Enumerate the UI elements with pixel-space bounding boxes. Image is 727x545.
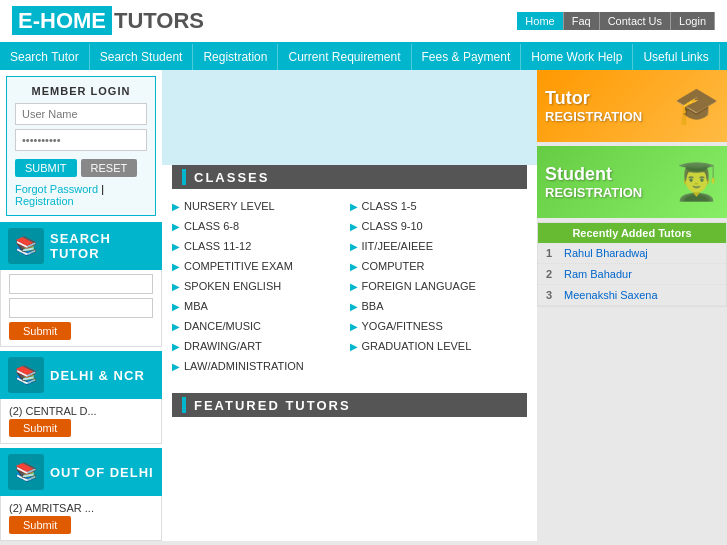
class-graduation[interactable]: ▶GRADUATION LEVEL: [350, 337, 528, 355]
sidebar: MEMBER LOGIN SUBMIT RESET Forgot Passwor…: [0, 70, 162, 541]
classes-title: CLASSES: [194, 170, 269, 185]
top-nav: Home Faq Contact Us Login: [517, 12, 715, 30]
recently-added-header: Recently Added Tutors: [538, 223, 726, 243]
member-login-title: MEMBER LOGIN: [15, 85, 147, 97]
out-delhi-icon: 📚: [8, 454, 44, 490]
tutor-name-2[interactable]: Ram Bahadur: [564, 268, 632, 280]
arrow-icon: ▶: [172, 321, 180, 332]
recently-added-section: Recently Added Tutors 1 Rahul Bharadwaj …: [537, 222, 727, 307]
tutor-num-2: 2: [546, 268, 558, 280]
search-tutor-input2[interactable]: [9, 298, 153, 318]
class-computer[interactable]: ▶COMPUTER: [350, 257, 528, 275]
arrow-icon: ▶: [350, 221, 358, 232]
main-nav: Search Tutor Search Student Registration…: [0, 44, 727, 70]
nav-search-tutor[interactable]: Search Tutor: [0, 44, 90, 70]
nav-current-req[interactable]: Current Requirement: [278, 44, 411, 70]
forgot-password-link[interactable]: Forgot Password: [15, 183, 98, 195]
right-panel: Tutor REGISTRATION 🎓 Student REGISTRATIO…: [537, 70, 727, 541]
top-nav-faq[interactable]: Faq: [564, 12, 600, 30]
tutor-reg-line2: REGISTRATION: [545, 109, 642, 124]
tutor-reg-line1: Tutor: [545, 88, 642, 109]
arrow-icon: ▶: [172, 201, 180, 212]
arrow-icon: ▶: [350, 201, 358, 212]
delhi-location: (2) CENTRAL D...: [9, 403, 153, 419]
arrow-icon: ▶: [172, 281, 180, 292]
arrow-icon: ▶: [350, 241, 358, 252]
banner-area: [162, 70, 537, 165]
class-1-5[interactable]: ▶CLASS 1-5: [350, 197, 528, 215]
logo-highlight: E-HOME: [12, 6, 112, 35]
featured-tutors-header: FEATURED TUTORS: [172, 393, 527, 417]
search-tutor-form: Submit: [0, 270, 162, 347]
delhi-title: DELHI & NCR: [50, 368, 145, 383]
arrow-icon: ▶: [350, 281, 358, 292]
logo-rest: TUTORS: [114, 8, 204, 33]
arrow-icon: ▶: [350, 341, 358, 352]
delhi-ncr-form: (2) CENTRAL D... Submit: [0, 399, 162, 444]
class-yoga[interactable]: ▶YOGA/FITNESS: [350, 317, 528, 335]
tutor-name-1[interactable]: Rahul Bharadwaj: [564, 247, 648, 259]
content: MEMBER LOGIN SUBMIT RESET Forgot Passwor…: [0, 70, 727, 541]
class-6-8[interactable]: ▶CLASS 6-8: [172, 217, 350, 235]
class-drawing[interactable]: ▶DRAWING/ART: [172, 337, 350, 355]
out-delhi-title: OUT OF DELHI: [50, 465, 154, 480]
delhi-icon: 📚: [8, 357, 44, 393]
student-reg-line2: REGISTRATION: [545, 185, 642, 200]
top-nav-home[interactable]: Home: [517, 12, 563, 30]
classes-grid: ▶NURSERY LEVEL ▶CLASS 1-5 ▶CLASS 6-8 ▶CL…: [162, 197, 537, 385]
class-iit[interactable]: ▶IIT/JEE/AIEEE: [350, 237, 528, 255]
class-mba[interactable]: ▶MBA: [172, 297, 350, 315]
tutor-name-3[interactable]: Meenakshi Saxena: [564, 289, 658, 301]
out-delhi-form: (2) AMRITSAR ... Submit: [0, 496, 162, 541]
search-tutor-input[interactable]: [9, 274, 153, 294]
nav-fees[interactable]: Fees & Payment: [412, 44, 522, 70]
tutor-num-1: 1: [546, 247, 558, 259]
student-reg-line1: Student: [545, 164, 642, 185]
member-login-box: MEMBER LOGIN SUBMIT RESET Forgot Passwor…: [6, 76, 156, 216]
arrow-icon: ▶: [350, 321, 358, 332]
login-reset-button[interactable]: RESET: [81, 159, 138, 177]
class-spoken[interactable]: ▶SPOKEN ENGLISH: [172, 277, 350, 295]
class-competitive[interactable]: ▶COMPETITIVE EXAM: [172, 257, 350, 275]
logo: E-HOMETUTORS: [12, 8, 204, 34]
out-delhi-section-header: 📚 OUT OF DELHI: [0, 448, 162, 496]
nav-search-student[interactable]: Search Student: [90, 44, 194, 70]
search-tutor-submit-button[interactable]: Submit: [9, 322, 71, 340]
search-tutor-icon: 📚: [8, 228, 44, 264]
tutor-reg-text: Tutor REGISTRATION: [545, 88, 642, 124]
arrow-icon: ▶: [172, 301, 180, 312]
login-links: Forgot Password | Registration: [15, 183, 147, 207]
tutor-reg-icon: 🎓: [674, 85, 719, 127]
class-11-12[interactable]: ▶CLASS 11-12: [172, 237, 350, 255]
header: E-HOMETUTORS Home Faq Contact Us Login: [0, 0, 727, 44]
delhi-submit-button[interactable]: Submit: [9, 419, 71, 437]
arrow-icon: ▶: [350, 301, 358, 312]
username-input[interactable]: [15, 103, 147, 125]
tutor-item-1: 1 Rahul Bharadwaj: [538, 243, 726, 264]
class-dance[interactable]: ▶DANCE/MUSIC: [172, 317, 350, 335]
search-tutor-section-header: 📚 SEARCHTUTOR: [0, 222, 162, 270]
arrow-icon: ▶: [172, 361, 180, 372]
login-submit-button[interactable]: SUBMIT: [15, 159, 77, 177]
nav-homework[interactable]: Home Work Help: [521, 44, 633, 70]
student-registration-box[interactable]: Student REGISTRATION 👨‍🎓: [537, 146, 727, 218]
top-nav-login[interactable]: Login: [671, 12, 715, 30]
class-9-10[interactable]: ▶CLASS 9-10: [350, 217, 528, 235]
search-tutor-title: SEARCHTUTOR: [50, 231, 111, 261]
tutor-item-3: 3 Meenakshi Saxena: [538, 285, 726, 306]
arrow-icon: ▶: [172, 261, 180, 272]
class-nursery[interactable]: ▶NURSERY LEVEL: [172, 197, 350, 215]
arrow-icon: ▶: [172, 341, 180, 352]
nav-useful-links[interactable]: Useful Links: [633, 44, 719, 70]
out-delhi-submit-button[interactable]: Submit: [9, 516, 71, 534]
nav-registration[interactable]: Registration: [193, 44, 278, 70]
password-input[interactable]: [15, 129, 147, 151]
delhi-ncr-section-header: 📚 DELHI & NCR: [0, 351, 162, 399]
tutor-registration-box[interactable]: Tutor REGISTRATION 🎓: [537, 70, 727, 142]
top-nav-contact[interactable]: Contact Us: [600, 12, 671, 30]
class-bba[interactable]: ▶BBA: [350, 297, 528, 315]
register-link[interactable]: Registration: [15, 195, 74, 207]
class-foreign[interactable]: ▶FOREIGN LANGUAGE: [350, 277, 528, 295]
class-law[interactable]: ▶LAW/ADMINISTRATION: [172, 357, 350, 375]
arrow-icon: ▶: [172, 241, 180, 252]
